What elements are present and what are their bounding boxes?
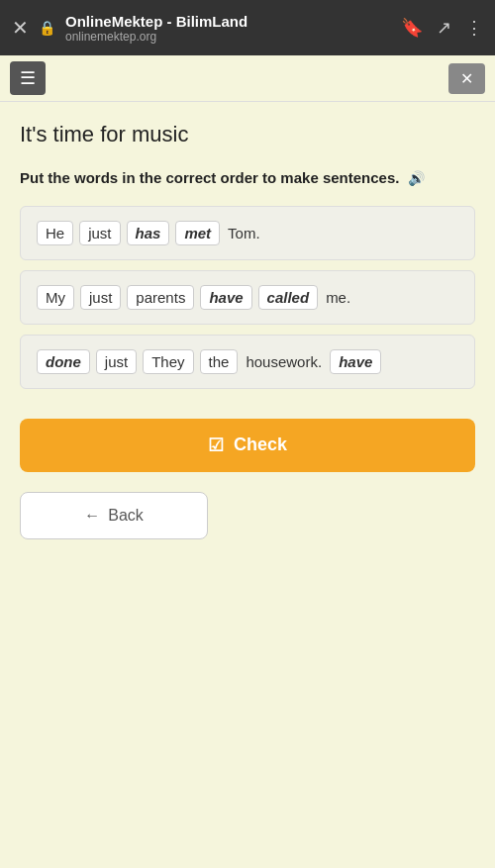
back-button[interactable]: ← Back: [20, 492, 208, 539]
check-icon: ☑: [208, 434, 224, 456]
word-tag[interactable]: They: [143, 349, 193, 374]
browser-info: OnlineMektep - BilimLand onlinemektep.or…: [65, 13, 391, 44]
instruction: Put the words in the correct order to ma…: [20, 167, 475, 190]
word-tag[interactable]: just: [96, 349, 137, 374]
word-tag[interactable]: have: [330, 349, 381, 374]
menu-bar: ☰ ✕: [0, 55, 495, 102]
word-tag[interactable]: have: [200, 285, 251, 310]
share-icon[interactable]: ↗: [437, 17, 451, 39]
browser-url: onlinemektep.org: [65, 30, 391, 44]
word-plain: Tom.: [226, 222, 262, 244]
back-arrow-icon: ←: [84, 507, 100, 525]
word-tag[interactable]: has: [127, 221, 170, 245]
word-plain: housework.: [244, 350, 324, 373]
back-label: Back: [108, 507, 144, 525]
word-tag[interactable]: He: [37, 221, 73, 245]
bookmark-icon[interactable]: 🔖: [401, 17, 423, 39]
word-tag[interactable]: just: [80, 285, 121, 310]
more-icon[interactable]: ⋮: [465, 17, 483, 39]
browser-bar: ✕ 🔒 OnlineMektep - BilimLand onlinemekte…: [0, 0, 495, 55]
sentence-box-3: done just They the housework. have: [20, 335, 475, 389]
speaker-icon[interactable]: 🔊: [408, 170, 425, 186]
page-content: It's time for music Put the words in the…: [0, 102, 495, 559]
word-tag[interactable]: My: [37, 285, 74, 310]
browser-action-icons: 🔖 ↗ ⋮: [401, 17, 483, 39]
word-tag[interactable]: the: [200, 349, 239, 374]
lock-icon: 🔒: [39, 20, 55, 36]
browser-close-icon[interactable]: ✕: [12, 16, 29, 40]
word-tag[interactable]: done: [37, 349, 90, 374]
hamburger-button[interactable]: ☰: [10, 61, 46, 95]
check-button[interactable]: ☑ Check: [20, 419, 475, 472]
sentence-box-1: He just has met Tom.: [20, 206, 475, 260]
word-tag[interactable]: met: [175, 221, 220, 245]
word-tag[interactable]: parents: [127, 285, 194, 310]
close-button[interactable]: ✕: [448, 63, 485, 94]
word-tag[interactable]: just: [79, 221, 120, 245]
word-tag[interactable]: called: [258, 285, 319, 310]
instruction-text: Put the words in the correct order to ma…: [20, 169, 399, 186]
page-title: It's time for music: [20, 122, 475, 147]
check-label: Check: [234, 434, 287, 455]
browser-title: OnlineMektep - BilimLand: [65, 13, 391, 30]
word-plain: me.: [324, 286, 352, 309]
sentence-box-2: My just parents have called me.: [20, 270, 475, 325]
